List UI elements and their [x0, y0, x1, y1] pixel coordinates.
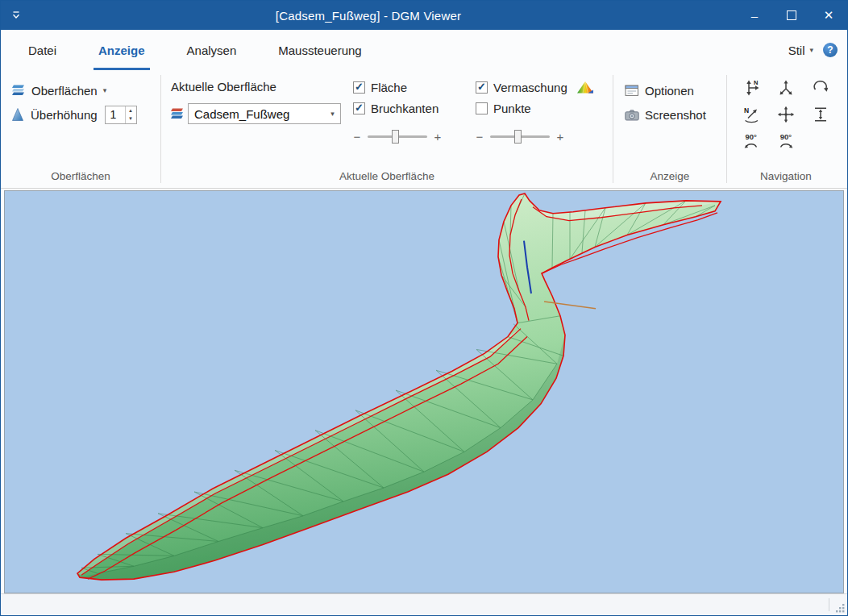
terrain-3d-viewport[interactable] [4, 190, 844, 593]
screenshot-button[interactable]: Screenshot [625, 102, 726, 127]
tab-datei[interactable]: Datei [23, 30, 61, 70]
title-bar: [Cadsem_Fußweg] - DGM Viewer – ✕ [1, 1, 847, 30]
check-icon: ✓ [477, 81, 486, 92]
window-title: [Cadsem_Fußweg] - DGM Viewer [1, 9, 736, 23]
exaggeration-label: Überhöhung [31, 108, 98, 122]
check-icon: ✓ [355, 81, 364, 92]
ribbon-group-anzeige: Optionen Screenshot Anzeige [613, 70, 726, 188]
vermaschung-checkbox[interactable]: ✓ Vermaschung [476, 80, 613, 94]
spinner-up-icon[interactable]: ▲ [126, 106, 136, 115]
chevron-down-icon[interactable]: ▾ [325, 110, 340, 118]
surfaces-button-label: Oberflächen [31, 84, 98, 98]
minimize-button[interactable]: – [736, 1, 773, 30]
tab-anzeige[interactable]: Anzeige [94, 30, 150, 70]
resize-grip[interactable] [834, 602, 846, 614]
ribbon-group-aktuelle-oberflaeche: Aktuelle Oberfläche Cadsem_Fußweg ▾ [161, 70, 613, 188]
nav-view-north-button[interactable]: N [737, 102, 766, 127]
nav-orbit-button[interactable] [806, 75, 835, 100]
slider-track[interactable] [368, 135, 427, 138]
orbit-arrow-icon [811, 78, 830, 98]
checkbox-box-icon: ✓ [353, 81, 365, 94]
rotate-left-arc-icon [743, 140, 759, 148]
group-label-anzeige: Anzeige [613, 170, 726, 182]
punkte-checkbox-label: Punkte [493, 102, 531, 115]
flaeche-checkbox[interactable]: ✓ Fläche [353, 80, 476, 94]
group-label-navigation: Navigation [727, 170, 845, 182]
slider-increase-button[interactable]: + [556, 130, 564, 144]
chevron-down-icon: ▾ [103, 86, 107, 94]
dgm-viewer-window: [Cadsem_Fußweg] - DGM Viewer – ✕ Datei A… [0, 0, 848, 616]
bruchkanten-width-slider: − + [353, 128, 476, 144]
tab-maussteuerung[interactable]: Maussteuerung [273, 30, 366, 70]
nav-zoom-fit-button[interactable] [806, 102, 835, 127]
surface-combobox-value: Cadsem_Fußweg [189, 107, 325, 121]
close-button[interactable]: ✕ [810, 1, 847, 30]
maximize-icon [787, 10, 796, 20]
customize-toolbar-icon [10, 10, 22, 20]
spinner-down-icon[interactable]: ▼ [126, 114, 136, 123]
slider-track[interactable] [490, 135, 550, 138]
group-label-oberflaechen: Oberflächen [1, 170, 160, 182]
nav-rotate-free-button[interactable] [771, 75, 800, 100]
surfaces-layers-icon [10, 84, 26, 97]
punkte-size-slider: − + [476, 128, 613, 144]
vermaschung-checkbox-label: Vermaschung [493, 81, 567, 94]
current-surface-layers-icon [169, 107, 185, 120]
status-divider [829, 598, 829, 611]
nav-rotate-right-90-button[interactable]: 90° [771, 128, 800, 153]
ribbon-tab-row: Datei Anzeige Analysen Maussteuerung Sti… [1, 30, 847, 70]
slider-decrease-button[interactable]: − [476, 130, 484, 144]
punkte-checkbox[interactable]: ✓ Punkte [476, 101, 613, 115]
status-bar [1, 593, 847, 615]
slider-increase-button[interactable]: + [434, 130, 442, 144]
bruchkanten-checkbox[interactable]: ✓ Bruchkanten [353, 101, 476, 115]
view-north-icon: N [742, 105, 761, 124]
north-label: N [754, 79, 758, 86]
maximize-button[interactable] [773, 1, 810, 30]
check-icon: ✓ [355, 102, 364, 113]
checkbox-box-icon: ✓ [476, 102, 488, 114]
north-label: N [744, 106, 749, 114]
move-center-icon [776, 105, 796, 124]
exaggeration-spinner[interactable]: 1 ▲ ▼ [105, 106, 137, 124]
tab-analysen[interactable]: Analysen [182, 30, 242, 70]
group-label-aktuelle-oberflaeche: Aktuelle Oberfläche [161, 170, 613, 182]
optionen-button-label: Optionen [645, 84, 694, 98]
rotate-right-arc-icon [778, 140, 794, 148]
nav-rotate-left-90-button[interactable]: 90° [737, 128, 766, 153]
rotate-free-icon [776, 78, 796, 98]
help-icon: ? [827, 44, 833, 56]
slider-decrease-button[interactable]: − [353, 130, 361, 144]
chevron-down-icon: ▾ [809, 46, 813, 54]
flaeche-checkbox-label: Fläche [371, 81, 407, 94]
nav-pan-north-button[interactable]: N [737, 75, 766, 100]
ribbon-body: Oberflächen ▾ Überhöhung 1 ▲ ▼ [1, 70, 847, 189]
fit-height-icon [811, 105, 830, 124]
rotate-left-90-label: 90° [745, 133, 756, 141]
help-button[interactable]: ? [823, 43, 838, 57]
exaggeration-cone-icon [10, 107, 25, 122]
checkbox-box-icon: ✓ [476, 81, 488, 94]
ribbon-group-navigation: N N [727, 70, 845, 188]
colored-mesh-icon [576, 81, 594, 94]
surface-combobox[interactable]: Cadsem_Fußweg ▾ [188, 103, 341, 124]
surfaces-dropdown-button[interactable]: Oberflächen ▾ [10, 78, 160, 102]
ribbon-group-oberflaechen: Oberflächen ▾ Überhöhung 1 ▲ ▼ [1, 70, 160, 188]
bruchkanten-checkbox-label: Bruchkanten [371, 102, 439, 115]
stil-label: Stil [788, 44, 805, 57]
options-window-icon [625, 85, 639, 97]
aktuelle-oberflaeche-header: Aktuelle Oberfläche [171, 80, 353, 94]
window-controls: – ✕ [736, 1, 847, 30]
stil-menu-button[interactable]: Stil ▾ [788, 44, 813, 57]
slider-thumb[interactable] [392, 130, 399, 144]
minimize-icon: – [751, 9, 758, 23]
exaggeration-value: 1 [106, 106, 125, 123]
nav-center-view-button[interactable] [771, 102, 800, 127]
screenshot-button-label: Screenshot [645, 108, 706, 122]
close-icon: ✕ [824, 8, 834, 23]
optionen-button[interactable]: Optionen [625, 78, 726, 102]
pan-north-icon: N [742, 78, 761, 98]
checkbox-box-icon: ✓ [353, 102, 365, 114]
slider-thumb[interactable] [514, 130, 522, 144]
quick-access-menu-button[interactable] [1, 1, 31, 30]
